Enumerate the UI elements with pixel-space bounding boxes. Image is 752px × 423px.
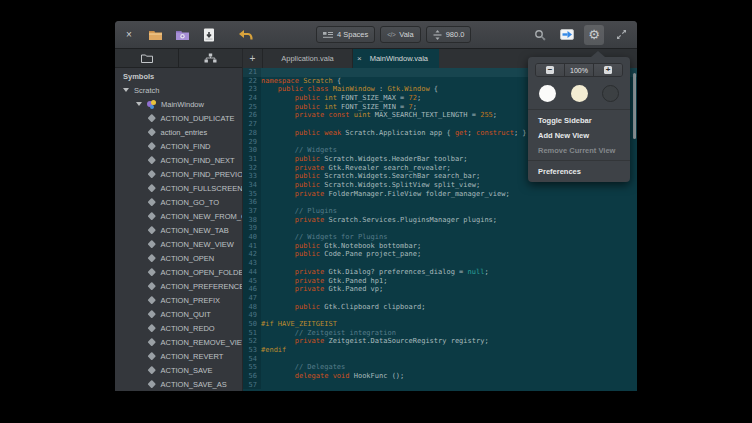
tab-mainwindow-vala[interactable]: × MainWindow.vala <box>353 49 439 68</box>
hierarchy-icon <box>204 53 217 63</box>
code-line: 55 // Delegates <box>243 363 637 372</box>
tree-item-label: ACTION_REMOVE_VIEW <box>161 338 243 347</box>
line-number: 31 <box>243 155 261 164</box>
tab-label: MainWindow.vala <box>370 54 428 63</box>
line-number: 51 <box>243 329 261 338</box>
sidebar-tree-item[interactable]: ACTION_REMOVE_VIEW <box>115 335 242 349</box>
line-number: 23 <box>243 85 261 94</box>
tree-item-label: ACTION_PREFIX <box>161 296 221 305</box>
code-line: 50#if HAVE_ZEITGEIST <box>243 320 637 329</box>
sidebar-tree-item[interactable]: ACTION_FIND_NEXT <box>115 153 242 167</box>
class-icon <box>147 100 156 109</box>
symbols-header: Symbols <box>115 68 242 83</box>
menu-item-add-new-view[interactable]: Add New View <box>528 128 630 143</box>
sidebar-tree-item[interactable]: MainWindow <box>115 97 242 111</box>
open-folder-button[interactable] <box>146 26 164 44</box>
indent-width-button[interactable]: 4 Spaces <box>316 26 375 43</box>
scheme-light-button[interactable] <box>539 85 556 102</box>
line-number: 36 <box>243 198 261 207</box>
templates-folder-button[interactable] <box>173 26 191 44</box>
save-as-icon <box>203 28 215 42</box>
sidebar-tree-item[interactable]: ACTION_NEW_TAB <box>115 223 242 237</box>
line-number: 39 <box>243 224 261 233</box>
sidebar-tree-item[interactable]: ACTION_FIND_PREVIOUS <box>115 167 242 181</box>
fullscreen-button[interactable] <box>611 25 631 45</box>
tab-application-vala[interactable]: Application.vala <box>263 49 353 68</box>
sidebar-tree-item[interactable]: ACTION_PREFERENCES <box>115 279 242 293</box>
goto-line-button[interactable]: 980.0 <box>426 26 472 43</box>
goto-line-icon <box>433 30 442 40</box>
sidebar-tree-item[interactable]: ACTION_REDO <box>115 321 242 335</box>
line-number: 22 <box>243 77 261 86</box>
sidebar-tree-item[interactable]: ACTION_NEW_FROM_CLIPBOARD <box>115 209 242 223</box>
code-line: 41 public Gtk.Notebook bottombar; <box>243 242 637 251</box>
member-icon <box>148 114 156 122</box>
code-line: 45 private Gtk.Paned hp1; <box>243 277 637 286</box>
sidebar-tree-item[interactable]: ACTION_NEW_VIEW <box>115 237 242 251</box>
symbols-tree: ScratchMainWindowACTION_DUPLICATEaction_… <box>115 83 242 391</box>
line-number: 42 <box>243 250 261 259</box>
tree-item-label: ACTION_GO_TO <box>161 198 220 207</box>
zoom-in-button[interactable]: + <box>593 64 622 76</box>
sidebar-tree-item[interactable]: ACTION_FIND <box>115 139 242 153</box>
sidebar-tree-item[interactable]: ACTION_OPEN_FOLDER <box>115 265 242 279</box>
line-number: 56 <box>243 372 261 381</box>
sidebar-tree-item[interactable]: action_entries <box>115 125 242 139</box>
editor-scrollbar[interactable] <box>633 73 636 139</box>
tree-item-label: ACTION_FULLSCREEN <box>161 184 243 193</box>
code-line: 36 <box>243 198 637 207</box>
tab-label: Application.vala <box>281 54 334 63</box>
sidebar-tree-item[interactable]: ACTION_SAVE_AS <box>115 377 242 391</box>
tree-item-label: ACTION_FIND <box>161 142 211 151</box>
tree-item-label: action_entries <box>161 128 208 137</box>
headerbar: × <box>115 21 637 49</box>
search-button[interactable] <box>530 25 550 45</box>
line-number: 48 <box>243 303 261 312</box>
headerbar-right-tools: ⚙ <box>530 25 631 45</box>
tree-item-label: ACTION_NEW_VIEW <box>161 240 234 249</box>
tab-close-icon[interactable]: × <box>357 54 362 63</box>
sidebar-tree-item[interactable]: ACTION_DUPLICATE <box>115 111 242 125</box>
sidebar-tree-item[interactable]: ACTION_FULLSCREEN <box>115 181 242 195</box>
member-icon <box>148 268 156 276</box>
code-line: 56 delegate void HookFunc (); <box>243 372 637 381</box>
save-as-button[interactable] <box>200 26 218 44</box>
sidebar-tree-item[interactable]: ACTION_OPEN <box>115 251 242 265</box>
tree-item-label: Scratch <box>134 86 159 95</box>
code-brackets-icon: </> <box>387 31 395 38</box>
sidebar-tree-item[interactable]: ACTION_SAVE <box>115 363 242 377</box>
expander-icon[interactable] <box>123 88 129 92</box>
code-line: 51 // Zeitgeist integration <box>243 329 637 338</box>
zoom-control: − 100% + <box>535 63 623 77</box>
menu-item-toggle-sidebar[interactable]: Toggle Sidebar <box>528 113 630 128</box>
menu-item-preferences[interactable]: Preferences <box>528 164 630 179</box>
sidebar-tree-item[interactable]: ACTION_REVERT <box>115 349 242 363</box>
sidebar-tree-item[interactable]: ACTION_GO_TO <box>115 195 242 209</box>
member-icon <box>148 128 156 136</box>
line-number: 53 <box>243 346 261 355</box>
window-close-icon[interactable]: × <box>121 27 137 43</box>
symbols-view-button[interactable] <box>179 49 242 67</box>
files-view-button[interactable] <box>115 49 179 67</box>
language-button[interactable]: </> Vala <box>380 26 420 43</box>
member-icon <box>148 366 156 374</box>
member-icon <box>148 310 156 318</box>
gear-menu-button[interactable]: ⚙ <box>584 25 604 45</box>
scheme-sepia-button[interactable] <box>571 85 588 102</box>
zoom-out-button[interactable]: − <box>536 64 564 76</box>
new-tab-button[interactable]: + <box>243 49 263 68</box>
popover-arrow <box>591 51 605 57</box>
code-line: 40 // Widgets for Plugins <box>243 233 637 242</box>
code-line: 34 public Scratch.Widgets.SplitView spli… <box>243 181 637 190</box>
tree-item-label: ACTION_NEW_FROM_CLIPBOARD <box>161 212 243 221</box>
sidebar-tree-item[interactable]: Scratch <box>115 83 242 97</box>
share-button[interactable] <box>557 25 577 45</box>
sidebar-tree-item[interactable]: ACTION_QUIT <box>115 307 242 321</box>
undo-button[interactable] <box>236 26 254 44</box>
line-number: 49 <box>243 311 261 320</box>
zoom-level: 100% <box>564 64 593 76</box>
scheme-dark-button[interactable] <box>602 85 619 102</box>
sidebar-tree-item[interactable]: ACTION_PREFIX <box>115 293 242 307</box>
expander-icon[interactable] <box>136 102 142 106</box>
code-line: 38 private Scratch.Services.PluginsManag… <box>243 216 637 225</box>
